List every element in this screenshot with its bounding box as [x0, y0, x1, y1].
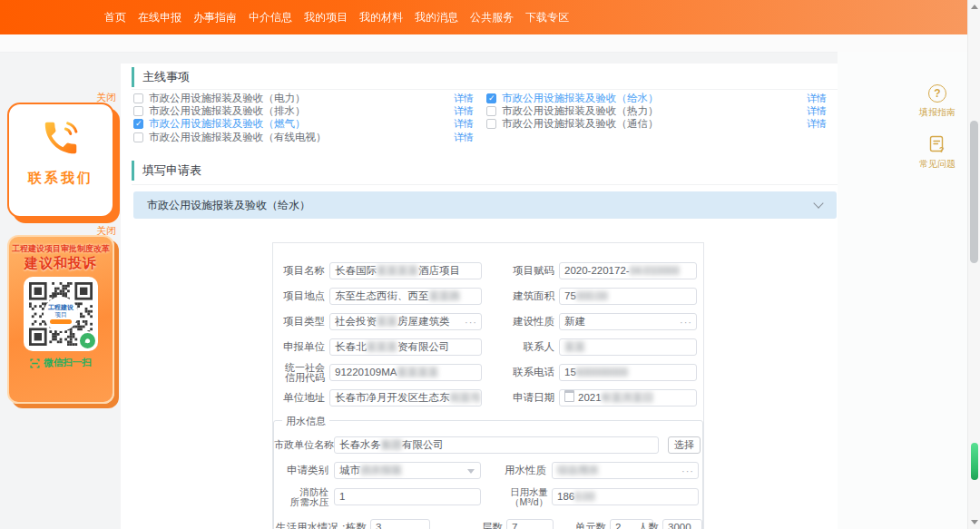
- divider: [132, 184, 838, 185]
- right-margin-panel: [838, 52, 967, 529]
- main-item-telecom[interactable]: 市政公用设施报装及验收（通信） 详情: [486, 118, 827, 131]
- field-label: 市政单位名称: [274, 436, 332, 454]
- unit-address-input[interactable]: 长春市净月开发区生态东街某号: [329, 389, 482, 407]
- checkbox[interactable]: [133, 119, 143, 129]
- complaint-subtitle: 工程建设项目审批制度改革: [9, 243, 113, 255]
- chevron-down-icon[interactable]: [813, 198, 823, 208]
- main-items-right-column: 市政公用设施报装及验收（给水） 详情 市政公用设施报装及验收（热力） 详情 市政…: [486, 92, 827, 131]
- checkbox[interactable]: [133, 106, 143, 116]
- daily-water-input[interactable]: 1860.00: [552, 488, 699, 505]
- nav-item-agency-info[interactable]: 中介信息: [249, 10, 292, 25]
- main-item-drainage[interactable]: 市政公用设施报装及验收（排水） 详情: [133, 104, 474, 117]
- apply-category-select[interactable]: 城市供水报装: [334, 462, 481, 479]
- project-type-input[interactable]: ··· 社会投资某某房屋建筑类: [329, 313, 482, 330]
- nav-item-my-materials[interactable]: 我的材料: [359, 10, 403, 25]
- svg-text:?: ?: [939, 145, 945, 154]
- detail-link[interactable]: 详情: [454, 131, 474, 144]
- nav-item-guide[interactable]: 办事指南: [193, 10, 237, 25]
- main-item-heating[interactable]: 市政公用设施报装及验收（热力） 详情: [486, 104, 827, 117]
- municipal-unit-input[interactable]: 长春水务集团有限公司: [334, 436, 659, 454]
- checkbox[interactable]: [486, 93, 496, 103]
- chevron-down-icon[interactable]: [467, 469, 475, 474]
- help-guide[interactable]: ? 填报指南: [909, 84, 965, 119]
- project-name-input[interactable]: 长春国际某某某某酒店项目: [329, 262, 482, 279]
- help-guide-label: 填报指南: [919, 106, 956, 119]
- phone-icon: [40, 117, 82, 162]
- nav-item-my-messages[interactable]: 我的消息: [415, 10, 458, 25]
- checkbox[interactable]: [486, 119, 496, 129]
- item-label: 市政公用设施报装及验收（燃气）: [149, 117, 454, 131]
- field-label: 用水性质: [503, 462, 546, 479]
- field-label: 日用水量（M³/d）: [497, 487, 548, 507]
- hydrant-pressure-input[interactable]: 1: [334, 488, 481, 505]
- field-label: 层数: [481, 519, 503, 529]
- top-navbar: 首页 在线申报 办事指南 中介信息 我的项目 我的材料 我的消息 公共服务 下载…: [0, 0, 980, 34]
- wechat-scan-row: 微信扫一扫: [9, 357, 113, 369]
- checkbox[interactable]: [486, 106, 496, 116]
- item-label: 市政公用设施报装及验收（给水）: [502, 92, 807, 105]
- ellipsis-icon[interactable]: ···: [681, 463, 694, 479]
- nav-item-public-services[interactable]: 公共服务: [470, 10, 514, 25]
- choose-button[interactable]: 选择: [668, 436, 701, 454]
- main-item-cable-tv[interactable]: 市政公用设施报装及验收（有线电视） 详情: [133, 131, 474, 143]
- qr-center-label: 工程建设 项目: [44, 297, 78, 331]
- divider: [132, 89, 838, 90]
- detail-link[interactable]: 详情: [807, 92, 827, 105]
- field-label: 联系人: [502, 338, 554, 356]
- detail-link[interactable]: 详情: [807, 104, 827, 118]
- scrollbar[interactable]: [967, 0, 980, 529]
- complaint-widget: 关闭 工程建设项目审批制度改革 建议和投诉 工: [7, 224, 118, 402]
- contact-phone-input[interactable]: 15600000000: [559, 364, 697, 381]
- faq-doc-icon: ?: [928, 134, 946, 154]
- people-count-input[interactable]: 3000: [662, 519, 702, 529]
- scan-icon: [30, 358, 40, 368]
- applicant-unit-input[interactable]: 长春北某某某资有限公司: [329, 338, 482, 356]
- contact-card[interactable]: 联系我们: [7, 103, 114, 218]
- nav-item-online-apply[interactable]: 在线申报: [138, 10, 181, 25]
- field-label: 栋数: [345, 519, 367, 529]
- main-content-card: 主线事项 市政公用设施报装及验收（电力） 详情 市政公用设施报装及验收（排水） …: [121, 64, 838, 529]
- section-title-application: 填写申请表: [132, 161, 201, 181]
- detail-link[interactable]: 详情: [454, 117, 474, 131]
- construction-nature-input[interactable]: ··· 新建: [559, 313, 697, 330]
- checkbox[interactable]: [133, 93, 143, 103]
- banner-label: 市政公用设施报装及验收（给水）: [147, 199, 310, 211]
- main-item-water[interactable]: 市政公用设施报装及验收（给水） 详情: [486, 92, 827, 104]
- wechat-icon: [78, 331, 97, 350]
- scrollbar-thumb[interactable]: [970, 121, 978, 263]
- field-label: 单元数: [573, 519, 606, 529]
- field-label: 生活用水情况：: [276, 519, 348, 529]
- nav-item-my-projects[interactable]: 我的项目: [304, 10, 348, 25]
- main-item-gas[interactable]: 市政公用设施报装及验收（燃气） 详情: [133, 118, 474, 131]
- field-label: 建设性质: [502, 313, 554, 330]
- scroll-up-arrow[interactable]: [971, 5, 978, 9]
- checkbox[interactable]: [133, 132, 143, 142]
- scrollbar-green-marker: [971, 443, 978, 480]
- main-item-electric[interactable]: 市政公用设施报装及验收（电力） 详情: [133, 92, 474, 104]
- building-area-input[interactable]: 75000.00: [559, 288, 697, 305]
- floor-count-input[interactable]: 7: [506, 519, 554, 529]
- field-label: 申请日期: [502, 389, 554, 407]
- field-label: 单位地址: [273, 389, 325, 407]
- calendar-icon: [564, 390, 574, 402]
- contact-person-input[interactable]: 某某: [559, 338, 697, 356]
- detail-link[interactable]: 详情: [454, 92, 474, 105]
- apply-date-input[interactable]: 2021年某月某日: [559, 389, 697, 407]
- ellipsis-icon[interactable]: ···: [465, 314, 477, 330]
- project-location-input[interactable]: 东至生态西街、西至某某路: [329, 288, 482, 305]
- building-count-input[interactable]: 3: [370, 519, 430, 529]
- page: 首页 在线申报 办事指南 中介信息 我的项目 我的材料 我的消息 公共服务 下载…: [0, 0, 980, 529]
- scroll-down-arrow[interactable]: [971, 520, 978, 524]
- water-nature-input[interactable]: ··· 综合用水: [552, 462, 699, 479]
- field-label: 项目地点: [273, 288, 325, 305]
- detail-link[interactable]: 详情: [807, 117, 827, 131]
- project-code-input[interactable]: 2020-220172-04-010000: [559, 262, 697, 279]
- nav-item-downloads[interactable]: 下载专区: [525, 10, 569, 25]
- detail-link[interactable]: 详情: [454, 104, 474, 118]
- accordion-banner-water[interactable]: 市政公用设施报装及验收（给水）: [133, 191, 837, 219]
- ellipsis-icon[interactable]: ···: [680, 314, 692, 330]
- item-label: 市政公用设施报装及验收（排水）: [149, 104, 454, 118]
- credit-code-input[interactable]: 91220109MA某某某某: [329, 364, 482, 381]
- help-faq[interactable]: ? 常见问题: [909, 134, 965, 171]
- nav-item-home[interactable]: 首页: [104, 10, 126, 25]
